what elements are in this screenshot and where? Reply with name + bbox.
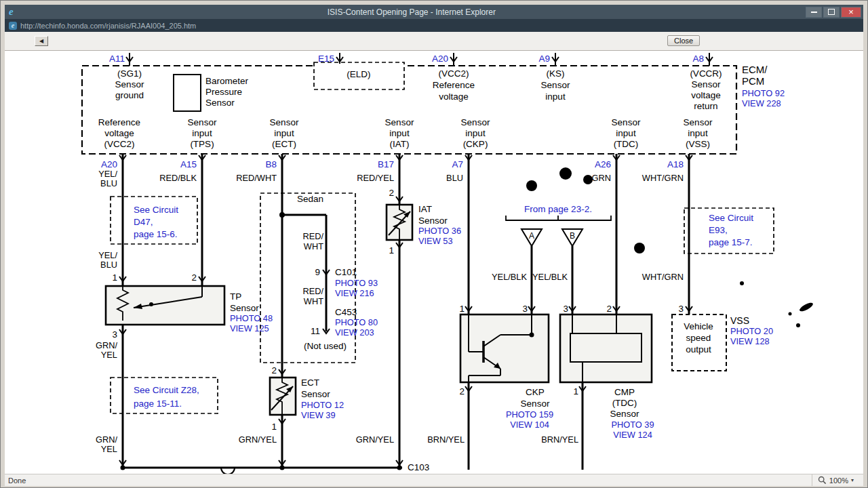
vss-photo-link[interactable]: PHOTO 20: [730, 326, 773, 336]
vss-view-link[interactable]: VIEW 128: [730, 336, 770, 346]
c453-photo-link[interactable]: PHOTO 80: [335, 317, 378, 327]
cmp-sensor-label: Sensor: [610, 409, 639, 419]
label-row: (ECT): [272, 139, 296, 149]
see-circuit-e93-link[interactable]: E93,: [709, 225, 728, 235]
back-button[interactable]: ◀: [35, 36, 48, 46]
pin-e15[interactable]: E15: [318, 54, 334, 64]
ecm-name: ECM/: [742, 64, 768, 75]
from-page-link[interactable]: From page 23-2.: [524, 204, 592, 214]
pin-a26[interactable]: A26: [595, 159, 611, 169]
junction-dot: [121, 466, 125, 470]
bracket: [506, 216, 611, 220]
wire-color: BRN/YEL: [541, 434, 578, 445]
ckp-photo-link[interactable]: PHOTO 159: [506, 409, 553, 420]
iat-view-link[interactable]: VIEW 53: [418, 236, 453, 246]
see-circuit-e93-link[interactable]: See Circuit: [709, 213, 753, 223]
iat-sensor-label: Sensor: [418, 216, 448, 226]
pin-a9[interactable]: A9: [538, 54, 550, 64]
ect-photo-link[interactable]: PHOTO 12: [301, 400, 344, 410]
not-used-label: (Not used): [304, 341, 347, 351]
pin-a20-top[interactable]: A20: [432, 54, 448, 64]
see-circuit-e93-link[interactable]: page 15-7.: [709, 237, 753, 247]
pin-a18[interactable]: A18: [667, 159, 684, 169]
c101-photo-link[interactable]: PHOTO 93: [335, 278, 378, 288]
see-circuit-z28-link[interactable]: page 15-11.: [134, 399, 182, 409]
toolbar: ◀ Close: [5, 32, 863, 51]
wire-color: YEL/BLK: [532, 272, 568, 282]
address-bar: e http://techinfo.honda.com/rjanisis/RJA…: [5, 19, 863, 32]
pin-number: 1: [573, 386, 578, 396]
connector-c103: C103: [408, 462, 429, 472]
label-row: input: [616, 128, 636, 138]
minimize-button[interactable]: [806, 7, 822, 18]
see-circuit-d47-link[interactable]: D47,: [134, 217, 153, 227]
pin-a8[interactable]: A8: [692, 54, 704, 64]
cmp-sensor-label: CMP: [614, 387, 635, 397]
minimize-icon: [811, 12, 817, 13]
pin-a20[interactable]: A20: [101, 159, 117, 169]
wire-color: YEL/BLK: [492, 272, 527, 282]
maximize-button[interactable]: [823, 7, 840, 18]
vss-box-label: Vehicle: [684, 321, 713, 331]
url-field[interactable]: http://techinfo.honda.com/rjanisis/RJAAI…: [20, 22, 196, 30]
wire-color: YEL/: [98, 169, 117, 179]
pin-number: 2: [606, 304, 612, 314]
pin-number: 11: [311, 326, 320, 336]
label-row: input: [465, 128, 486, 138]
pin-number: 3: [563, 304, 568, 314]
pin-number: 1: [459, 304, 465, 314]
label-row: (TDC): [614, 139, 639, 149]
wire-color: BLU: [100, 178, 117, 188]
pin-b8[interactable]: B8: [265, 159, 277, 169]
maximize-icon: [828, 9, 835, 15]
close-page-button[interactable]: Close: [667, 35, 700, 46]
cmp-view-link[interactable]: VIEW 124: [613, 430, 652, 440]
ink-blob: [526, 180, 537, 191]
label-row: input: [688, 128, 708, 138]
ink-blob: [559, 167, 572, 180]
tp-view-link[interactable]: VIEW 125: [230, 323, 269, 333]
label-barometer: Sensor: [205, 98, 235, 108]
wire-color: YEL: [101, 350, 117, 360]
c453-view-link[interactable]: VIEW 203: [335, 327, 374, 338]
triangle-a-label: A: [529, 231, 534, 241]
wire-color: BRN/YEL: [427, 434, 465, 445]
label-sensor-voltage-return: return: [694, 101, 717, 111]
ink-blob: [583, 175, 593, 184]
window-title: ISIS-Content Opening Page - Internet Exp…: [18, 7, 806, 17]
close-window-button[interactable]: ×: [841, 7, 861, 18]
zoom-control[interactable]: 100% ▾: [812, 474, 863, 486]
label-sensor-voltage-return: Sensor: [692, 79, 721, 89]
wire-color: RED/: [302, 231, 323, 241]
pin-number: 1: [271, 422, 277, 432]
ecm-photo-link[interactable]: PHOTO 92: [742, 88, 785, 98]
label-sensor-ground: ground: [115, 90, 144, 100]
iat-photo-link[interactable]: PHOTO 36: [418, 226, 461, 236]
connector-c101: C101: [335, 267, 357, 277]
wire-color: GRN/YEL: [239, 434, 277, 445]
wire-color: BLU: [446, 173, 463, 183]
pin-a7[interactable]: A7: [452, 159, 463, 169]
pin-a15[interactable]: A15: [180, 159, 197, 169]
pin-number: 3: [112, 329, 117, 340]
label-vccr: (VCCR): [690, 68, 722, 79]
cmp-photo-link[interactable]: PHOTO 39: [611, 420, 654, 430]
page-icon: e: [9, 22, 17, 30]
pin-a11[interactable]: A11: [109, 54, 125, 64]
wire-color: RED/WHT: [236, 173, 277, 183]
tp-photo-link[interactable]: PHOTO 48: [230, 313, 273, 323]
see-circuit-d47-link[interactable]: See Circuit: [134, 205, 178, 215]
pin-b17[interactable]: B17: [378, 159, 394, 169]
ckp-view-link[interactable]: VIEW 104: [510, 420, 549, 430]
sedan-label: Sedan: [297, 194, 323, 204]
vss-box-label: speed: [686, 333, 711, 343]
see-circuit-z28-link[interactable]: See Circuit Z28,: [134, 385, 199, 395]
ecm-view-link[interactable]: VIEW 228: [742, 98, 781, 108]
label-eld: (ELD): [347, 69, 370, 79]
label-sensor-input: input: [545, 92, 566, 102]
status-bar: Done 100% ▾: [5, 474, 863, 486]
see-circuit-d47-link[interactable]: page 15-6.: [134, 229, 178, 239]
label-sensor-voltage-return: voltage: [691, 90, 721, 100]
c101-view-link[interactable]: VIEW 216: [335, 288, 374, 298]
ect-view-link[interactable]: VIEW 39: [301, 410, 336, 420]
